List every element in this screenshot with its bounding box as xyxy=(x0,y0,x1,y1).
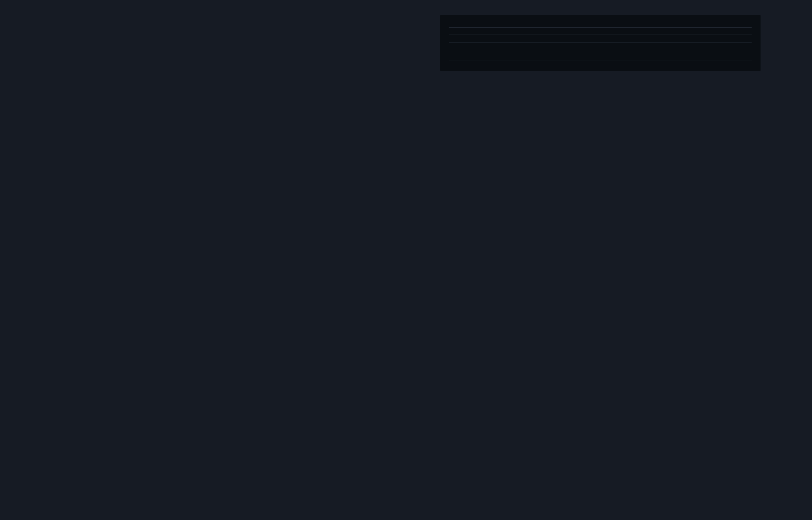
tooltip-card xyxy=(440,15,761,71)
tooltip-row-cash xyxy=(449,60,752,67)
tooltip-row-equity xyxy=(449,35,752,42)
chart-plot-area[interactable] xyxy=(0,0,812,520)
tooltip-date xyxy=(449,15,752,27)
tooltip-ratio-value xyxy=(559,46,752,56)
tooltip-row-debt xyxy=(449,27,752,35)
tooltip-row-ratio xyxy=(449,42,752,60)
